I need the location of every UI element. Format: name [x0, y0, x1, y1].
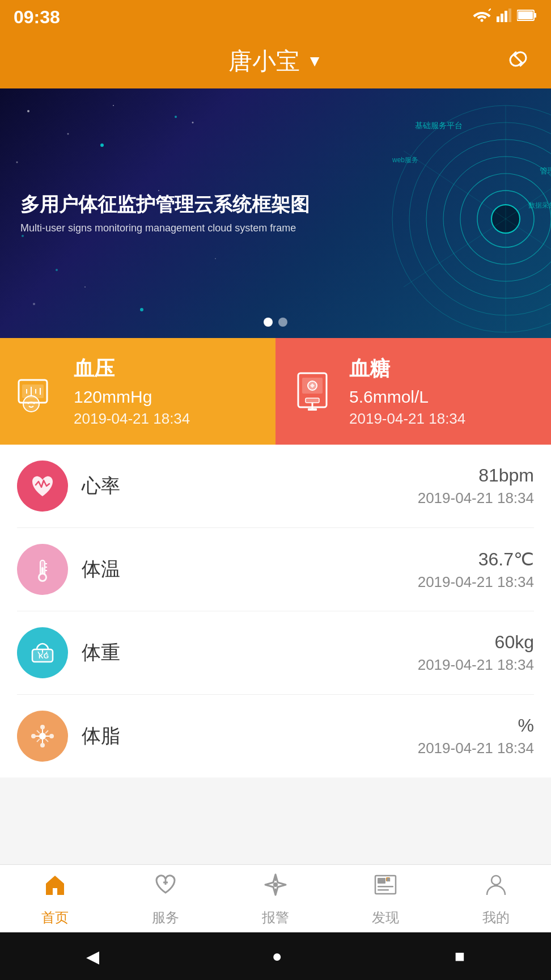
blood-sugar-icon [287, 366, 338, 417]
svg-point-16 [16, 162, 18, 163]
temperature-icon [17, 544, 68, 595]
heart-rate-values: 81bpm 2019-04-21 18:34 [418, 465, 534, 507]
heart-rate-time: 2019-04-21 18:34 [418, 489, 534, 507]
blood-sugar-time: 2019-04-21 18:34 [349, 410, 465, 428]
dot-1[interactable] [264, 318, 273, 327]
weight-row[interactable]: KG 体重 60kg 2019-04-21 18:34 [17, 611, 534, 695]
svg-rect-85 [378, 889, 389, 891]
nav-mine[interactable]: 我的 [441, 865, 551, 932]
svg-rect-84 [378, 886, 393, 888]
svg-point-24 [409, 122, 551, 315]
svg-rect-4 [508, 9, 511, 22]
body-fat-time: 2019-04-21 18:34 [418, 740, 534, 757]
nav-discover[interactable]: N 发现 [330, 865, 440, 932]
svg-point-19 [175, 116, 177, 118]
svg-point-23 [392, 105, 551, 332]
svg-text:N: N [387, 878, 389, 881]
heart-rate-icon [17, 461, 68, 512]
svg-rect-2 [501, 14, 503, 22]
svg-point-21 [140, 308, 143, 311]
user-name: 唐小宝 [228, 45, 300, 77]
svg-point-81 [273, 882, 278, 887]
alert-nav-icon [262, 871, 289, 904]
blood-pressure-label: 血压 [74, 355, 190, 383]
service-nav-icon [152, 871, 179, 904]
blood-sugar-info: 血糖 5.6mmol/L 2019-04-21 18:34 [349, 355, 465, 428]
svg-text:KG: KG [39, 652, 49, 660]
svg-line-75 [37, 730, 40, 733]
svg-line-35 [404, 151, 506, 219]
body-fat-row[interactable]: 体脂 % 2019-04-21 18:34 [17, 695, 534, 778]
dropdown-icon[interactable]: ▼ [307, 52, 323, 70]
blood-pressure-value: 120mmHg [74, 387, 190, 407]
bottom-nav: 首页 服务 报警 [0, 864, 551, 932]
temperature-row[interactable]: 体温 36.7℃ 2019-04-21 18:34 [17, 528, 534, 611]
heart-rate-value: 81bpm [418, 465, 534, 486]
svg-rect-83 [378, 878, 385, 884]
status-icons [473, 9, 537, 26]
svg-line-34 [404, 219, 506, 287]
svg-point-66 [39, 733, 46, 740]
status-bar: 09:38 [0, 0, 551, 34]
nav-home-label: 首页 [41, 909, 69, 927]
android-nav: ◀ ● ■ [0, 932, 551, 980]
svg-point-0 [481, 19, 484, 22]
banner: 多用户体征监护管理云系统框架图 Multi-user signs monitor… [0, 88, 551, 338]
temperature-values: 36.7℃ 2019-04-21 18:34 [418, 548, 534, 591]
blood-sugar-card[interactable]: 血糖 5.6mmol/L 2019-04-21 18:34 [276, 338, 551, 445]
banner-subtitle: Multi-user signs monitoring management c… [20, 223, 310, 235]
svg-rect-51 [306, 398, 319, 403]
nav-alert-label: 报警 [262, 909, 289, 927]
svg-rect-7 [518, 11, 533, 19]
svg-rect-53 [308, 408, 317, 411]
dot-2[interactable] [278, 318, 287, 327]
svg-rect-1 [497, 16, 499, 22]
svg-point-18 [100, 143, 104, 147]
weight-time: 2019-04-21 18:34 [418, 656, 534, 674]
svg-text:web服务: web服务 [392, 156, 418, 164]
body-fat-icon [17, 711, 68, 762]
metrics-list: 心率 81bpm 2019-04-21 18:34 体温 36.7℃ 2019-… [0, 445, 551, 778]
weight-icon: KG [17, 627, 68, 678]
nav-service[interactable]: 服务 [110, 865, 220, 932]
heart-rate-label: 心率 [82, 473, 404, 499]
body-fat-label: 体脂 [82, 723, 404, 749]
body-fat-value: % [418, 715, 534, 736]
svg-point-8 [27, 110, 29, 112]
mine-nav-icon [482, 871, 510, 904]
header-title[interactable]: 唐小宝 ▼ [228, 45, 323, 77]
temperature-value: 36.7℃ [418, 548, 534, 570]
svg-point-67 [40, 725, 45, 729]
nav-service-label: 服务 [152, 909, 179, 927]
status-time: 09:38 [14, 7, 60, 28]
discover-nav-icon: N [372, 871, 399, 904]
weight-label: 体重 [82, 640, 404, 666]
link-icon[interactable] [506, 47, 531, 77]
svg-text:基础服务平台: 基础服务平台 [415, 121, 463, 130]
android-recent[interactable]: ■ [455, 947, 465, 966]
android-back[interactable]: ◀ [86, 947, 99, 966]
svg-point-68 [40, 743, 45, 747]
svg-point-47 [23, 396, 39, 412]
body-fat-values: % 2019-04-21 18:34 [418, 715, 534, 757]
blood-sugar-value: 5.6mmol/L [349, 387, 465, 407]
banner-dots [264, 318, 287, 327]
svg-rect-3 [505, 11, 507, 22]
svg-line-76 [45, 730, 48, 733]
android-home[interactable]: ● [272, 947, 282, 966]
heart-rate-row[interactable]: 心率 81bpm 2019-04-21 18:34 [17, 445, 534, 528]
blood-sugar-label: 血糖 [349, 355, 465, 383]
nav-home[interactable]: 首页 [0, 865, 110, 932]
svg-line-78 [45, 739, 48, 742]
nav-alert[interactable]: 报警 [221, 865, 330, 932]
svg-rect-6 [534, 13, 536, 18]
temperature-time: 2019-04-21 18:34 [418, 573, 534, 591]
banner-content: 多用户体征监护管理云系统框架图 Multi-user signs monitor… [20, 192, 310, 234]
svg-point-88 [491, 876, 501, 885]
blood-pressure-card[interactable]: 血压 120mmHg 2019-04-21 18:34 [0, 338, 276, 445]
blood-pressure-time: 2019-04-21 18:34 [74, 410, 190, 428]
svg-point-12 [192, 122, 194, 124]
banner-title: 多用户体征监护管理云系统框架图 [20, 192, 310, 217]
wifi-icon [473, 9, 491, 26]
nav-discover-label: 发现 [372, 909, 399, 927]
